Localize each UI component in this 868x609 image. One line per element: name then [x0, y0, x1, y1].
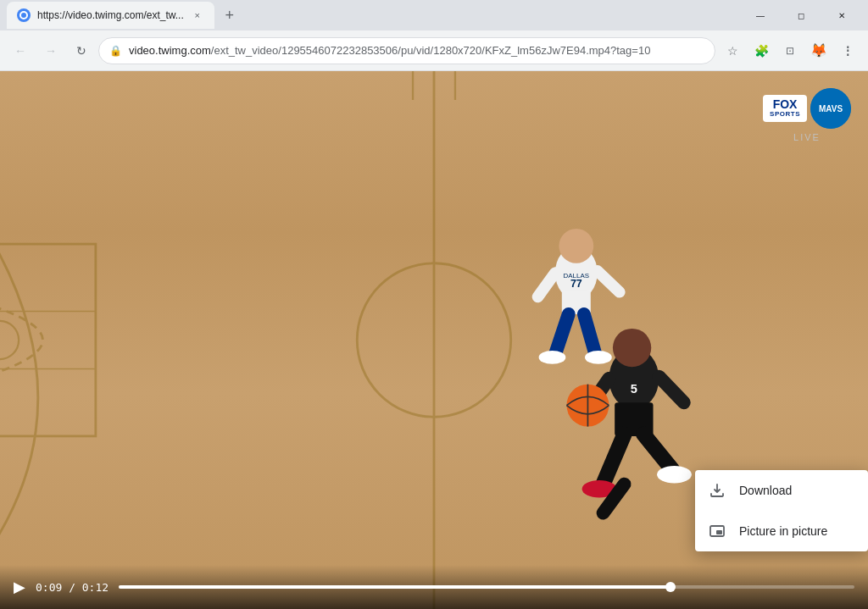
download-icon — [709, 482, 726, 499]
refresh-button[interactable]: ↻ — [68, 37, 95, 64]
context-menu: Download Picture in picture — [695, 470, 868, 551]
svg-line-15 — [555, 314, 569, 355]
download-menu-item[interactable]: Download — [695, 470, 868, 511]
bookmark-button[interactable]: ☆ — [719, 37, 746, 64]
progress-thumb — [665, 582, 676, 592]
menu-button[interactable]: ⋮ — [834, 37, 861, 64]
svg-line-16 — [584, 314, 596, 355]
video-controls: ▶ 0:09 / 0:12 — [0, 565, 868, 609]
svg-line-13 — [537, 273, 554, 296]
svg-text:DALLAS: DALLAS — [564, 272, 589, 280]
lock-icon: 🔒 — [109, 45, 122, 57]
svg-point-22 — [613, 329, 651, 367]
svg-line-14 — [598, 271, 620, 292]
logos-row: FOX SPORTS MAVS — [763, 88, 851, 129]
extensions-button[interactable]: 🧩 — [748, 37, 775, 64]
current-time: 0:09 — [36, 581, 62, 594]
svg-line-27 — [643, 435, 672, 470]
address-path: /ext_tw_video/1295546072232853506/pu/vid… — [211, 44, 651, 57]
team-logo: MAVS — [810, 88, 851, 129]
svg-text:5: 5 — [631, 382, 637, 396]
download-label: Download — [739, 484, 792, 497]
window-controls: — ◻ ✕ — [741, 2, 861, 29]
title-bar: https://video.twimg.com/ext_tw... × + — … — [0, 0, 868, 30]
live-badge: LIVE — [793, 132, 821, 142]
back-button[interactable]: ← — [7, 37, 34, 64]
extension-icon[interactable]: 🦊 — [805, 37, 832, 64]
svg-rect-36 — [716, 530, 722, 534]
pip-menu-item[interactable]: Picture in picture — [695, 511, 868, 551]
progress-bar[interactable] — [119, 585, 854, 589]
total-time: 0:12 — [82, 581, 108, 594]
tab-favicon — [17, 8, 31, 22]
svg-point-17 — [539, 351, 566, 364]
svg-text:77: 77 — [570, 278, 582, 290]
tab-close-button[interactable]: × — [191, 8, 204, 22]
toolbar: ← → ↻ 🔒 video.twimg.com/ext_tw_video/129… — [0, 30, 868, 71]
address-text: video.twimg.com/ext_tw_video/12955460722… — [129, 44, 704, 57]
video-container: 77 DALLAS 5 — [0, 71, 868, 609]
fox-text: FOX — [773, 98, 798, 111]
address-domain: video.twimg.com — [129, 44, 211, 57]
fox-sports-logo: FOX SPORTS — [763, 95, 807, 122]
maximize-button[interactable]: ◻ — [782, 2, 821, 29]
broadcast-overlay: FOX SPORTS MAVS LIVE — [763, 88, 851, 142]
toolbar-actions: ☆ 🧩 ⊡ 🦊 ⋮ — [719, 37, 861, 64]
browser-frame: https://video.twimg.com/ext_tw... × + — … — [0, 0, 868, 609]
time-display: 0:09 / 0:12 — [36, 581, 108, 594]
active-tab[interactable]: https://video.twimg.com/ext_tw... × — [7, 2, 214, 29]
pip-label: Picture in picture — [739, 524, 827, 538]
close-button[interactable]: ✕ — [822, 2, 861, 29]
tab-strip: https://video.twimg.com/ext_tw... × + — [7, 2, 242, 29]
new-tab-button[interactable]: + — [218, 3, 242, 27]
sports-text: SPORTS — [770, 111, 800, 119]
minimize-button[interactable]: — — [741, 2, 780, 29]
svg-line-26 — [604, 435, 625, 484]
address-bar[interactable]: 🔒 video.twimg.com/ext_tw_video/129554607… — [98, 37, 715, 64]
video-frame: 77 DALLAS 5 — [0, 71, 868, 609]
time-separator: / — [69, 581, 82, 594]
svg-point-18 — [585, 351, 612, 364]
play-button[interactable]: ▶ — [14, 578, 25, 596]
svg-point-12 — [559, 229, 593, 263]
svg-point-29 — [657, 466, 692, 483]
progress-fill — [119, 585, 670, 589]
tab-title: https://video.twimg.com/ext_tw... — [37, 9, 184, 21]
svg-line-25 — [659, 377, 683, 403]
pip-icon — [709, 523, 726, 540]
media-button[interactable]: ⊡ — [776, 37, 804, 64]
svg-text:MAVS: MAVS — [819, 104, 843, 113]
forward-button[interactable]: → — [37, 37, 64, 64]
